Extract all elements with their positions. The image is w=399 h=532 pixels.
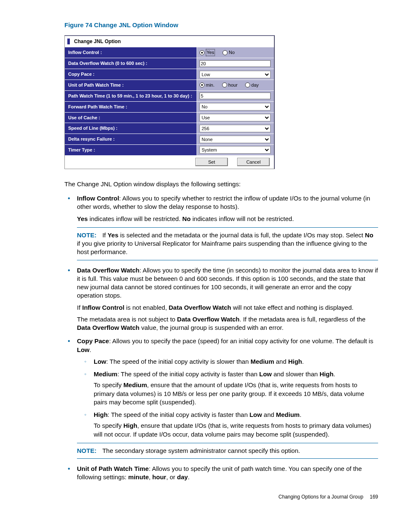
sub-low: Low: The speed of the initial copy activ… — [77, 357, 378, 366]
txt: High — [320, 370, 333, 378]
txt: . — [299, 411, 301, 418]
radio-unselected-icon — [222, 82, 227, 87]
txt: . — [90, 346, 91, 353]
row-speed-line: Speed of Line (Mbps) : 256 — [65, 123, 274, 134]
row-timer-type: Timer Type : System — [65, 144, 274, 155]
radio-selected-icon — [200, 82, 205, 87]
label-timer-type: Timer Type : — [65, 145, 197, 155]
radio-hour-label: hour — [228, 82, 238, 88]
radio-inflow-yes[interactable]: Yes — [200, 49, 215, 56]
radio-unit-min[interactable]: min. — [200, 82, 215, 88]
no-word: No — [182, 215, 191, 222]
label-delta-resync: Delta resync Failure : — [65, 134, 197, 144]
txt: , or — [166, 473, 177, 481]
select-use-cache[interactable]: Use — [200, 114, 271, 121]
txt: will not take effect and nothing is disp… — [231, 304, 353, 311]
overflow-p2: If Inflow Control is not enabled, Data O… — [77, 303, 378, 312]
txt: and slower than — [272, 370, 320, 378]
item-copy-pace: Copy Pace: Allows you to specify the pac… — [64, 337, 378, 459]
item-line2: Yes indicates inflow will be restricted.… — [77, 215, 378, 223]
cancel-button[interactable]: Cancel — [237, 158, 270, 166]
sub-high-p2: To specify High, ensure that update I/Os… — [94, 421, 378, 439]
settings-list: Inflow Control: Allows you to specify wh… — [64, 194, 378, 482]
radio-inflow-no[interactable]: No — [223, 49, 235, 56]
txt: is selected and the metadata or the jour… — [118, 231, 365, 239]
txt: Inflow Control — [82, 304, 125, 311]
item-title: Data Overflow Watch — [77, 267, 139, 274]
radio-selected-icon — [200, 50, 205, 55]
txt: Data Overflow Watch — [169, 304, 231, 311]
radio-unselected-icon — [245, 82, 250, 87]
txt: value, the journal group is suspended wi… — [139, 324, 283, 331]
item-inflow-control: Inflow Control: Allows you to specify wh… — [64, 194, 378, 260]
label-forward-path: Forward Path Watch Time : — [65, 102, 197, 112]
radio-unselected-icon — [223, 50, 228, 55]
txt: Medium — [94, 370, 118, 378]
txt: , — [149, 473, 152, 481]
note-copy-pace: NOTE:The secondary storage system admini… — [77, 443, 378, 459]
sub-high: High: The speed of the initial copy acti… — [77, 411, 378, 439]
txt: . — [333, 370, 335, 378]
footer-text: Changing Options for a Journal Group — [279, 494, 363, 500]
row-use-cache: Use of Cache : Use — [65, 112, 274, 123]
txt: No — [365, 231, 373, 239]
txt: To specify — [94, 381, 123, 388]
radio-unit-day[interactable]: day — [245, 82, 259, 88]
sub-medium-p2: To specify Medium, ensure that the amoun… — [94, 381, 378, 406]
page-number: 169 — [370, 494, 378, 500]
radio-unit-hour[interactable]: hour — [222, 82, 238, 88]
select-copy-pace[interactable]: Low — [200, 71, 271, 78]
txt: minute — [128, 473, 149, 481]
txt: . — [188, 473, 189, 481]
txt: if you give priority to Universal Replic… — [77, 240, 367, 255]
txt: indicates inflow will not be restricted. — [191, 215, 294, 222]
txt: Yes — [107, 231, 118, 239]
txt: Low — [94, 358, 106, 365]
txt: The secondary storage system administrat… — [102, 447, 300, 454]
radio-min-label: min. — [206, 82, 215, 88]
label-use-cache: Use of Cache : — [65, 113, 197, 123]
select-forward-path[interactable]: No — [200, 103, 271, 111]
txt: High — [94, 411, 107, 418]
txt: and — [274, 358, 288, 365]
note-label: NOTE: — [77, 447, 97, 454]
row-forward-path: Forward Path Watch Time : No — [65, 101, 274, 112]
row-inflow-control: Inflow Control : Yes No — [65, 47, 274, 58]
title-accent-icon — [67, 39, 70, 44]
txt: Low — [259, 370, 272, 378]
item-data-overflow: Data Overflow Watch: Allows you to speci… — [64, 266, 378, 332]
txt: Low — [249, 411, 262, 418]
input-data-overflow[interactable] — [200, 60, 271, 67]
txt: : The speed of the initial copy activity… — [118, 370, 259, 378]
label-path-watch-time: Path Watch Time (1 to 59 min., 1 to 23 h… — [65, 91, 197, 101]
row-unit-path-watch: Unit of Path Watch Time : min. hour day — [65, 80, 274, 90]
txt: If — [102, 231, 108, 239]
label-inflow-control: Inflow Control : — [65, 47, 197, 58]
txt: . — [302, 358, 304, 365]
txt: : The speed of the initial copy activity… — [107, 411, 249, 418]
txt: To specify — [94, 422, 123, 429]
txt: High — [288, 358, 302, 365]
intro-text: The Change JNL Option window displays th… — [64, 180, 378, 188]
select-speed-line[interactable]: 256 — [200, 125, 271, 132]
label-copy-pace: Copy Pace : — [65, 69, 197, 80]
input-path-watch-time[interactable] — [200, 93, 271, 99]
yes-word: Yes — [77, 215, 88, 222]
note-label: NOTE: — [77, 231, 97, 239]
set-button[interactable]: Set — [195, 158, 228, 166]
txt: Data Overflow Watch — [177, 316, 239, 323]
select-delta-resync[interactable]: None — [200, 136, 271, 143]
radio-yes-label: Yes — [206, 49, 215, 56]
select-timer-type[interactable]: System — [200, 146, 271, 154]
txt: : The speed of the initial copy activity… — [106, 358, 251, 365]
item-desc: : Allows you to specify the pace (speed)… — [109, 337, 373, 344]
label-unit-path-watch: Unit of Path Watch Time : — [65, 80, 197, 90]
item-title: Unit of Path Watch Time — [77, 465, 149, 472]
txt: Low — [77, 346, 90, 353]
change-jnl-option-dialog: Change JNL Option Inflow Control : Yes N… — [64, 35, 275, 169]
note-inflow: NOTE:If Yes is selected and the metadata… — [77, 227, 378, 260]
txt: . If the metadata area is full, regardle… — [240, 316, 366, 323]
figure-caption: Figure 74 Change JNL Option Window — [64, 21, 378, 29]
dialog-button-row: Set Cancel — [65, 155, 274, 169]
item-desc: : Allows you to specify whether to restr… — [77, 195, 370, 210]
